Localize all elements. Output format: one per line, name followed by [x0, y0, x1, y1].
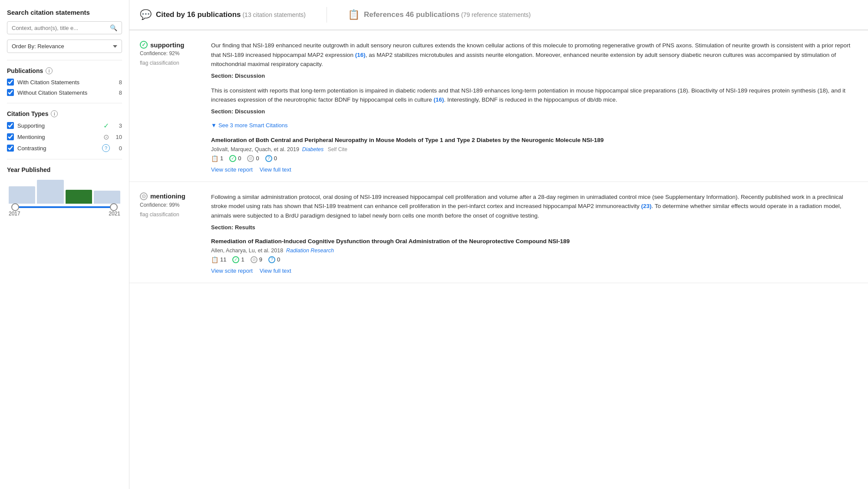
year-bar [94, 191, 120, 204]
see-more-button[interactable]: ▼ See 3 more Smart Citations [211, 122, 288, 129]
order-by-select[interactable]: Order By: Relevance [7, 40, 122, 53]
search-box[interactable]: 🔍 [7, 21, 122, 34]
pub-journal-1[interactable]: Diabetes [302, 146, 323, 152]
divider-2 [7, 103, 122, 103]
year-to: 2021 [109, 211, 120, 217]
pub-title-1: Amelioration of Both Central and Periphe… [211, 136, 858, 145]
stat-sup-num-2: 1 [241, 256, 244, 263]
with-citation-label: With Citation Statements [17, 79, 116, 86]
stat-total-2: 📋 11 [211, 256, 226, 263]
with-citation-count: 8 [119, 79, 122, 86]
section-note-1a: Section: Discussion [211, 73, 858, 79]
divider-1 [7, 60, 122, 60]
card-right-1: Our finding that NSI-189 enhanced neurit… [211, 41, 858, 173]
mentioning-checkbox[interactable] [7, 133, 14, 140]
chevron-down-icon: ▼ [211, 122, 217, 129]
section-note-1b: Section: Discussion [211, 108, 858, 115]
stat-row-1: 📋 1 ✓ 0 ⊘ 0 ? 0 [211, 155, 858, 162]
pub-authors-2: Allen, Acharya, Lu, et al. 2018 Radiatio… [211, 248, 858, 254]
citation-types-info-icon[interactable]: i [51, 110, 58, 117]
supporting-type-icon-1: ✓ [140, 41, 148, 49]
pub-title-2: Remediation of Radiation-Induced Cogniti… [211, 238, 858, 246]
supporting-checkbox[interactable] [7, 122, 14, 129]
view-scite-link-2[interactable]: View scite report [211, 268, 253, 274]
contrasting-count: 0 [113, 145, 122, 152]
stat-doc-icon-1: 📋 [211, 155, 218, 162]
view-full-link-1[interactable]: View full text [260, 166, 291, 173]
mentioning-label: Mentioning [17, 134, 99, 140]
stat-row-2: 📋 11 ✓ 1 ⊘ 9 ? 0 [211, 256, 858, 263]
references-section[interactable]: 📋 References 46 publications (79 referen… [348, 9, 531, 20]
action-links-1: View scite report View full text [211, 166, 858, 173]
without-citation-label: Without Citation Statements [17, 89, 116, 96]
pub-block-2: Remediation of Radiation-Induced Cogniti… [211, 238, 858, 274]
section-note-2: Section: Results [211, 224, 858, 231]
pub-journal-2[interactable]: Radiation Research [286, 248, 334, 254]
year-range-labels: 2017 2021 [7, 211, 122, 217]
cited-by-section[interactable]: 💬 Cited by 16 publications (13 citation … [140, 9, 306, 20]
flag-link-2[interactable]: flag classification [140, 211, 179, 218]
publications-label: Publications i [7, 67, 122, 74]
year-from: 2017 [9, 211, 20, 217]
card-text-2a: Following a similar administration proto… [211, 192, 858, 221]
view-full-link-2[interactable]: View full text [260, 268, 291, 274]
publications-info-icon[interactable]: i [46, 67, 53, 74]
stat-con-num-1: 0 [274, 155, 277, 162]
cited-by-sub: (13 citation statements) [242, 11, 306, 18]
stat-check-icon-1: ✓ [229, 155, 236, 162]
card-type-mentioning-2: ⊙ mentioning [140, 192, 201, 200]
sidebar: Search citation statements 🔍 Order By: R… [0, 0, 129, 489]
stat-question-icon-2: ? [268, 256, 275, 263]
citation-link-16a[interactable]: (16) [355, 52, 366, 58]
search-input[interactable] [12, 25, 108, 31]
contrasting-checkbox[interactable] [7, 145, 14, 152]
pub-block-1: Amelioration of Both Central and Periphe… [211, 136, 858, 173]
without-citation-checkbox[interactable] [7, 89, 14, 96]
with-citation-row: With Citation Statements 8 [7, 79, 122, 86]
without-citation-row: Without Citation Statements 8 [7, 89, 122, 96]
stat-supporting-2: ✓ 1 [232, 256, 244, 263]
mentioning-count: 10 [113, 134, 122, 140]
stat-contrasting-1: ? 0 [265, 155, 277, 162]
sidebar-title: Search citation statements [7, 9, 122, 16]
stat-question-icon-1: ? [265, 155, 272, 162]
citation-card-1: ✓ supporting Confidence: 92% flag classi… [129, 30, 868, 182]
stat-mentioning-2: ⊘ 9 [251, 256, 262, 263]
cited-by-icon: 💬 [140, 9, 152, 20]
year-slider-right[interactable] [110, 203, 118, 211]
with-citation-checkbox[interactable] [7, 79, 14, 86]
action-links-2: View scite report View full text [211, 268, 858, 274]
main-header: 💬 Cited by 16 publications (13 citation … [129, 0, 868, 30]
citation-link-16b[interactable]: (16) [434, 96, 444, 103]
stat-total-1: 📋 1 [211, 155, 223, 162]
pub-authors-1: Jolivalt, Marquez, Quach, et al. 2019 Di… [211, 146, 858, 152]
contrasting-icon: ? [102, 144, 110, 152]
card-text-1a: Our finding that NSI-189 enhanced neurit… [211, 41, 858, 69]
year-slider-left[interactable] [11, 203, 19, 211]
stat-doc-icon-2: 📋 [211, 256, 218, 263]
supporting-icon: ✓ [102, 122, 110, 129]
stat-total-num-1: 1 [220, 155, 223, 162]
citation-link-23[interactable]: (23) [641, 203, 652, 209]
citation-types-label: Citation Types i [7, 110, 122, 117]
divider-3 [7, 159, 122, 159]
contrasting-row: Contrasting ? 0 [7, 144, 122, 152]
flag-link-1[interactable]: flag classification [140, 60, 179, 66]
stat-men-num-1: 0 [256, 155, 259, 162]
search-icon: 🔍 [110, 24, 117, 31]
stat-mentioning-1: ⊘ 0 [247, 155, 259, 162]
stat-sup-num-1: 0 [238, 155, 241, 162]
year-bar-chart [7, 178, 122, 204]
stat-check-icon-2: ✓ [232, 256, 239, 263]
card-confidence-1: Confidence: 92% [140, 50, 201, 56]
view-scite-link-1[interactable]: View scite report [211, 166, 253, 173]
card-type-label-2: mentioning [150, 192, 185, 200]
card-right-2: Following a similar administration proto… [211, 192, 858, 274]
year-slider-track [12, 206, 117, 208]
year-bar [66, 190, 92, 204]
stat-circle-icon-2: ⊘ [251, 256, 257, 263]
stat-contrasting-2: ? 0 [268, 256, 280, 263]
citation-card-2: ⊙ mentioning Confidence: 99% flag classi… [129, 182, 868, 283]
stat-supporting-1: ✓ 0 [229, 155, 241, 162]
supporting-row: Supporting ✓ 3 [7, 122, 122, 129]
